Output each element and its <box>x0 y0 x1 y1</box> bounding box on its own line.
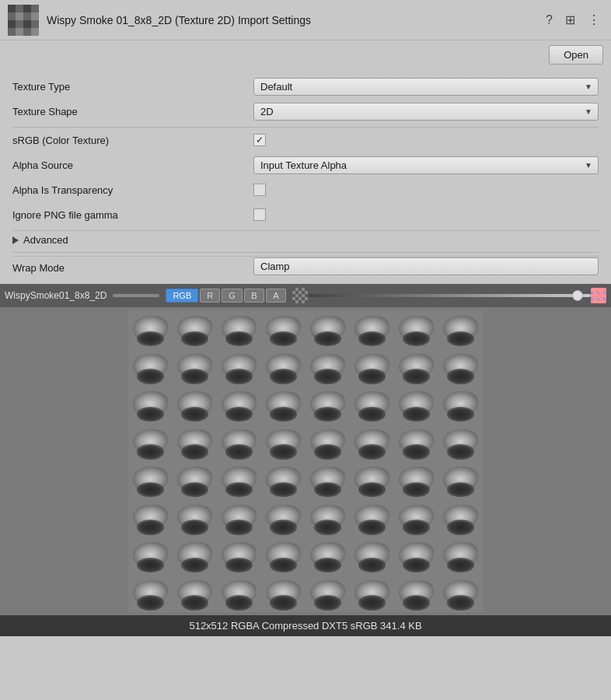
smoke-cell <box>306 424 350 462</box>
alpha-source-select[interactable]: None Input Texture Alpha From Gray Scale <box>253 156 599 174</box>
smoke-cell <box>350 575 394 613</box>
smoke-cell <box>261 310 306 348</box>
smoke-cell <box>173 386 217 424</box>
smoke-cell <box>128 348 173 387</box>
smoke-cell <box>217 424 261 462</box>
smoke-cell <box>350 310 394 348</box>
smoke-cell <box>438 461 483 499</box>
open-button[interactable]: Open <box>549 45 603 65</box>
alpha-source-row: Alpha Source None Input Texture Alpha Fr… <box>12 156 599 174</box>
srgb-row: sRGB (Color Texture) <box>12 131 599 149</box>
smoke-cell <box>217 575 261 613</box>
texture-shape-control: 2D Cube 2D Array 3D ▼ <box>253 103 599 121</box>
smoke-cell <box>128 575 173 613</box>
texture-shape-label: Texture Shape <box>12 106 253 117</box>
texture-type-label: Texture Type <box>12 81 253 93</box>
smoke-cell <box>350 537 394 575</box>
channel-slider-thumb[interactable] <box>572 290 583 301</box>
smoke-cell <box>217 499 261 537</box>
channel-bar: WispySmoke01_8x8_2D RGB R G B A <box>0 284 611 307</box>
smoke-cell <box>217 386 261 424</box>
settings-panel: Texture Type Default Normal map Editor G… <box>0 69 611 284</box>
wrap-mode-control: Clamp <box>253 257 599 275</box>
smoke-cell <box>306 575 350 613</box>
texture-type-row: Texture Type Default Normal map Editor G… <box>12 77 599 96</box>
smoke-cell <box>438 575 483 613</box>
channel-tab-b[interactable]: B <box>244 289 264 303</box>
ignore-png-checkbox[interactable] <box>253 208 266 221</box>
smoke-cell <box>306 310 350 348</box>
smoke-grid <box>128 310 483 612</box>
texture-type-control: Default Normal map Editor GUI and Legacy… <box>253 78 599 96</box>
advanced-triangle-icon <box>12 236 19 244</box>
texture-shape-select[interactable]: 2D Cube 2D Array 3D <box>253 103 599 121</box>
smoke-cell <box>173 424 217 462</box>
srgb-checkbox[interactable] <box>253 134 266 146</box>
smoke-cell <box>394 499 438 537</box>
smoke-cell <box>261 386 306 424</box>
smoke-cell <box>306 537 350 575</box>
smoke-cell <box>394 310 438 348</box>
wrap-mode-value[interactable]: Clamp <box>253 257 599 275</box>
help-button[interactable]: ? <box>543 12 556 29</box>
smoke-cell <box>217 348 261 387</box>
texture-thumbnail <box>8 5 39 36</box>
smoke-cell <box>261 575 306 613</box>
channel-tab-g[interactable]: G <box>222 289 243 303</box>
smoke-cell <box>217 537 261 575</box>
smoke-cell <box>438 348 483 387</box>
smoke-cell <box>438 386 483 424</box>
texture-type-select[interactable]: Default Normal map Editor GUI and Legacy… <box>253 78 599 96</box>
smoke-cell <box>438 499 483 537</box>
alpha-transparency-label: Alpha Is Transparency <box>12 184 253 196</box>
smoke-cell <box>306 386 350 424</box>
smoke-cell <box>128 461 173 499</box>
alpha-source-control: None Input Texture Alpha From Gray Scale… <box>253 156 599 174</box>
settings-button[interactable]: ⊞ <box>562 11 578 29</box>
alpha-transparency-checkbox[interactable] <box>253 184 266 196</box>
title-bar: Wispy Smoke 01_8x8_2D (Texture 2D) Impor… <box>0 0 611 40</box>
preview-image-container <box>0 307 611 615</box>
smoke-cell <box>173 348 217 387</box>
open-button-row: Open <box>0 40 611 69</box>
smoke-cell <box>438 310 483 348</box>
checker-icon <box>292 288 308 303</box>
wrap-mode-label: Wrap Mode <box>12 259 253 274</box>
checker-icon2 <box>591 288 606 303</box>
smoke-cell <box>394 424 438 462</box>
alpha-source-select-wrapper: None Input Texture Alpha From Gray Scale… <box>253 156 599 174</box>
smoke-cell <box>173 461 217 499</box>
channel-tab-rgb[interactable]: RGB <box>166 289 198 303</box>
texture-type-select-wrapper: Default Normal map Editor GUI and Legacy… <box>253 78 599 96</box>
smoke-cell <box>438 537 483 575</box>
smoke-cell <box>261 499 306 537</box>
ignore-png-row: Ignore PNG file gamma <box>12 205 599 224</box>
smoke-cell <box>306 461 350 499</box>
preview-section: WispySmoke01_8x8_2D RGB R G B A <box>0 284 611 636</box>
channel-tab-r[interactable]: R <box>200 289 220 303</box>
channel-tab-a[interactable]: A <box>266 289 286 303</box>
smoke-cell <box>350 499 394 537</box>
wrap-mode-row: Wrap Mode Clamp <box>12 256 599 276</box>
smoke-cell <box>261 537 306 575</box>
preview-slider-track[interactable] <box>113 294 159 297</box>
advanced-label[interactable]: Advanced <box>23 234 68 246</box>
smoke-cell <box>173 537 217 575</box>
preview-filename: WispySmoke01_8x8_2D <box>5 290 106 301</box>
channel-slider-track[interactable] <box>308 294 591 297</box>
divider-2 <box>12 230 599 231</box>
advanced-row[interactable]: Advanced <box>12 234 599 246</box>
ignore-png-label: Ignore PNG file gamma <box>12 209 253 221</box>
texture-shape-row: Texture Shape 2D Cube 2D Array 3D ▼ <box>12 102 599 121</box>
smoke-cell <box>306 348 350 387</box>
smoke-cell <box>217 310 261 348</box>
smoke-cell <box>350 348 394 387</box>
channel-slider-area <box>308 294 591 297</box>
preview-info-bar: 512x512 RGBA Compressed DXT5 sRGB 341.4 … <box>0 615 611 636</box>
smoke-cell <box>173 575 217 613</box>
smoke-cell <box>173 499 217 537</box>
smoke-cell <box>394 348 438 387</box>
title-bar-controls: ? ⊞ ⋮ <box>543 11 603 29</box>
menu-button[interactable]: ⋮ <box>585 11 603 29</box>
smoke-cell <box>394 537 438 575</box>
